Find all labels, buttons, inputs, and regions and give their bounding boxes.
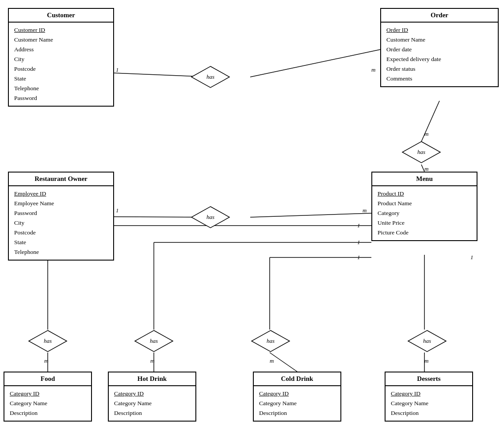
cold-drink-cat-name: Category Name bbox=[259, 399, 335, 408]
er-diagram: Customer Customer ID Customer Name Addre… bbox=[0, 0, 504, 445]
customer-address: Address bbox=[14, 45, 108, 54]
svg-marker-18 bbox=[402, 142, 440, 163]
cold-drink-header: Cold Drink bbox=[254, 372, 340, 386]
mult-order-menu-bot-m: m bbox=[424, 165, 428, 173]
order-entity: Order Order ID Customer Name Order date … bbox=[380, 8, 499, 87]
owner-state: State bbox=[14, 238, 108, 247]
customer-name: Customer Name bbox=[14, 35, 108, 45]
food-desc: Description bbox=[10, 408, 86, 418]
menu-entity: Menu Product ID Product Name Category Un… bbox=[371, 172, 477, 241]
hot-drink-pk: Category ID bbox=[114, 389, 190, 399]
cold-drink-pk: Category ID bbox=[259, 389, 335, 399]
desserts-body: Category ID Category Name Description bbox=[386, 386, 472, 421]
mult-menu-m: m bbox=[363, 207, 367, 214]
mult-menu-food-1: 1 bbox=[357, 222, 360, 229]
svg-line-5 bbox=[250, 213, 371, 217]
order-expected-delivery: Expected delivery date bbox=[386, 54, 493, 64]
product-pk: Product ID bbox=[378, 189, 471, 199]
order-customer-name: Customer Name bbox=[386, 35, 493, 45]
svg-line-3 bbox=[421, 165, 424, 172]
hot-drink-header: Hot Drink bbox=[109, 372, 195, 386]
order-status: Order status bbox=[386, 64, 493, 74]
customer-body: Customer ID Customer Name Address City P… bbox=[9, 23, 113, 106]
restaurant-owner-body: Employee ID Employee Name Password City … bbox=[9, 186, 113, 260]
mult-menu-hotdrink-1: 1 bbox=[357, 239, 360, 246]
hot-drink-entity: Hot Drink Category ID Category Name Desc… bbox=[108, 372, 196, 422]
menu-body: Product ID Product Name Category Unite P… bbox=[372, 186, 477, 240]
customer-entity: Customer Customer ID Customer Name Addre… bbox=[8, 8, 114, 107]
owner-postcode: Postcode bbox=[14, 228, 108, 238]
svg-marker-22 bbox=[252, 330, 290, 352]
has-hotdrink-diamond: has bbox=[134, 330, 174, 353]
hot-drink-desc: Description bbox=[114, 408, 190, 418]
customer-state: State bbox=[14, 74, 108, 84]
owner-city: City bbox=[14, 218, 108, 228]
svg-marker-19 bbox=[191, 207, 229, 228]
desserts-cat-name: Category Name bbox=[391, 399, 467, 408]
desserts-entity: Desserts Category ID Category Name Descr… bbox=[385, 372, 473, 422]
customer-password: Password bbox=[14, 93, 108, 103]
food-cat-name: Category Name bbox=[10, 399, 86, 408]
order-header: Order bbox=[381, 9, 498, 23]
product-category: Category bbox=[378, 208, 471, 218]
desserts-desc: Description bbox=[391, 408, 467, 418]
svg-marker-20 bbox=[29, 330, 67, 352]
hot-drink-cat-name: Category Name bbox=[114, 399, 190, 408]
order-pk: Order ID bbox=[386, 25, 493, 35]
cold-drink-desc: Description bbox=[259, 408, 335, 418]
restaurant-owner-entity: Restaurant Owner Employee ID Employee Na… bbox=[8, 172, 114, 261]
mult-customer-1: 1 bbox=[116, 66, 119, 73]
order-date: Order date bbox=[386, 45, 493, 54]
cold-drink-body: Category ID Category Name Description bbox=[254, 386, 340, 421]
svg-marker-17 bbox=[191, 66, 229, 88]
restaurant-owner-header: Restaurant Owner bbox=[9, 173, 113, 186]
has-desserts-diamond: has bbox=[407, 330, 447, 353]
mult-menu-colddrink-1: 1 bbox=[357, 254, 360, 261]
customer-telephone: Telephone bbox=[14, 84, 108, 93]
food-pk: Category ID bbox=[10, 389, 86, 399]
customer-pk: Customer ID bbox=[14, 25, 108, 35]
owner-password: Password bbox=[14, 208, 108, 218]
employee-name: Employee Name bbox=[14, 199, 108, 208]
menu-header: Menu bbox=[372, 173, 477, 186]
desserts-header: Desserts bbox=[386, 372, 472, 386]
employee-pk: Employee ID bbox=[14, 189, 108, 199]
product-picture: Picture Code bbox=[378, 228, 471, 238]
mult-order-menu-top-m: m bbox=[424, 130, 428, 138]
order-comments: Comments bbox=[386, 74, 493, 84]
svg-marker-21 bbox=[135, 330, 173, 352]
desserts-pk: Category ID bbox=[391, 389, 467, 399]
has-owner-menu-diamond: has bbox=[191, 206, 230, 229]
mult-order-m: m bbox=[371, 66, 375, 73]
has-food-diamond: has bbox=[28, 330, 68, 353]
product-price: Unite Price bbox=[378, 218, 471, 228]
order-body: Order ID Customer Name Order date Expect… bbox=[381, 23, 498, 86]
has-order-menu-diamond: has bbox=[401, 141, 441, 164]
food-header: Food bbox=[4, 372, 91, 386]
food-body: Category ID Category Name Description bbox=[4, 386, 91, 421]
mult-food-m: m bbox=[44, 357, 48, 364]
mult-desserts-m: m bbox=[424, 357, 428, 364]
mult-hotdrink-m: m bbox=[150, 357, 154, 364]
mult-owner-1: 1 bbox=[116, 207, 119, 214]
hot-drink-body: Category ID Category Name Description bbox=[109, 386, 195, 421]
product-name: Product Name bbox=[378, 199, 471, 208]
owner-telephone: Telephone bbox=[14, 247, 108, 257]
customer-postcode: Postcode bbox=[14, 64, 108, 74]
mult-menu-desserts-1: 1 bbox=[470, 254, 473, 261]
mult-colddrink-m: m bbox=[270, 357, 274, 364]
has-customer-order-diamond: has bbox=[191, 65, 230, 88]
customer-header: Customer bbox=[9, 9, 113, 23]
cold-drink-entity: Cold Drink Category ID Category Name Des… bbox=[253, 372, 341, 422]
svg-line-1 bbox=[250, 50, 380, 77]
has-colddrink-diamond: has bbox=[251, 330, 290, 353]
customer-city: City bbox=[14, 54, 108, 64]
food-entity: Food Category ID Category Name Descripti… bbox=[4, 372, 92, 422]
svg-marker-23 bbox=[408, 330, 446, 352]
